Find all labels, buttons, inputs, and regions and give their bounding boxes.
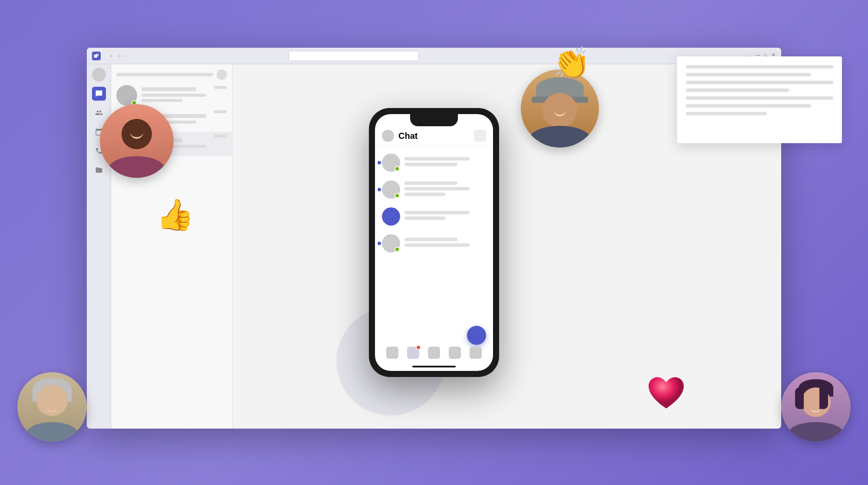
phone-chat-item-3[interactable] — [375, 203, 493, 230]
sidebar-item-chat[interactable] — [92, 87, 106, 101]
chat-time-2 — [214, 110, 227, 113]
phone-online-4 — [395, 247, 400, 252]
phone-nav-badge — [416, 345, 421, 350]
thumbsup-emoji: 👍 — [156, 200, 194, 230]
phone-frame: Chat — [369, 108, 499, 377]
phone-home-bar — [412, 366, 456, 367]
phone-nav-more[interactable] — [470, 347, 482, 359]
phone-chat-lines-4 — [404, 238, 486, 249]
doc-line-3 — [686, 81, 833, 84]
phone-chat-avatar-2 — [382, 180, 400, 199]
phone-chat-item-1[interactable] — [375, 149, 493, 176]
phone-chat-avatar-4 — [382, 234, 400, 252]
svg-rect-1 — [96, 53, 99, 56]
phone-chat-list — [375, 146, 493, 260]
person-avatar-man-left — [100, 104, 174, 178]
doc-line-7 — [686, 112, 767, 115]
person-avatar-woman-short-hair — [781, 372, 851, 442]
forward-arrow[interactable]: › — [116, 52, 123, 59]
phone-chat-avatar-1 — [382, 154, 400, 172]
doc-line-2 — [686, 73, 811, 76]
phone-nav-teams[interactable] — [428, 347, 440, 359]
phone-compose-button[interactable] — [467, 326, 486, 345]
phone-bottom-nav — [375, 343, 493, 362]
right-document-panel — [677, 56, 842, 143]
phone-chat-name-2 — [404, 181, 457, 185]
chat-time-3 — [214, 134, 227, 138]
phone-header-button[interactable] — [474, 130, 486, 142]
user-avatar[interactable] — [92, 68, 106, 82]
phone-online-2 — [395, 193, 400, 198]
phone-chat-preview-4 — [404, 243, 470, 247]
phone-chat-title: Chat — [398, 131, 418, 141]
phone-nav-activity[interactable] — [386, 347, 398, 359]
back-arrow[interactable]: ‹ — [108, 52, 115, 59]
phone-chat-lines-1 — [404, 157, 486, 168]
phone-screen: Chat — [375, 114, 493, 371]
clap-emoji: 👏 — [552, 48, 590, 78]
doc-line-1 — [686, 65, 833, 69]
person-avatar-man-hat — [521, 69, 599, 147]
chat-list-header — [111, 69, 232, 83]
phone-unread-dot-4 — [378, 242, 381, 245]
chat-list-title — [116, 73, 213, 76]
search-bar[interactable] — [289, 51, 419, 61]
nav-arrows: ‹ › — [108, 52, 123, 59]
doc-line-4 — [686, 88, 789, 92]
phone-nav-chat[interactable] — [407, 347, 419, 359]
phone-chat-item-2[interactable] — [375, 176, 493, 203]
doc-line-5 — [686, 96, 833, 100]
phone-nav-calendar[interactable] — [449, 347, 461, 359]
phone-notch — [410, 114, 458, 126]
phone-header-avatar — [382, 130, 394, 142]
phone-chat-preview-1 — [404, 163, 457, 166]
heart-emoji — [647, 375, 686, 420]
chat-search-icon[interactable] — [217, 69, 227, 80]
chat-avatar-1 — [116, 85, 137, 106]
phone-chat-preview-2b — [404, 193, 445, 196]
phone-unread-dot-2 — [378, 188, 381, 191]
person-avatar-woman-grey — [17, 372, 87, 442]
phone-chat-lines-2 — [404, 181, 486, 198]
phone-unread-dot-1 — [378, 161, 381, 164]
phone-chat-lines-3 — [404, 211, 486, 222]
phone-chat-name-3 — [404, 211, 470, 214]
phone-chat-name-4 — [404, 238, 457, 241]
phone-chat-preview-3 — [404, 216, 445, 220]
phone-chat-avatar-3 — [382, 207, 400, 226]
phone-online-1 — [395, 166, 400, 171]
chat-text-1 — [141, 87, 210, 104]
phone-chat-preview-2 — [404, 187, 470, 190]
phone-container: Chat — [369, 108, 499, 377]
doc-line-6 — [686, 104, 811, 108]
phone-chat-name-1 — [404, 157, 470, 161]
teams-icon — [92, 52, 101, 60]
chat-time-1 — [214, 86, 227, 89]
phone-chat-item-4[interactable] — [375, 230, 493, 257]
